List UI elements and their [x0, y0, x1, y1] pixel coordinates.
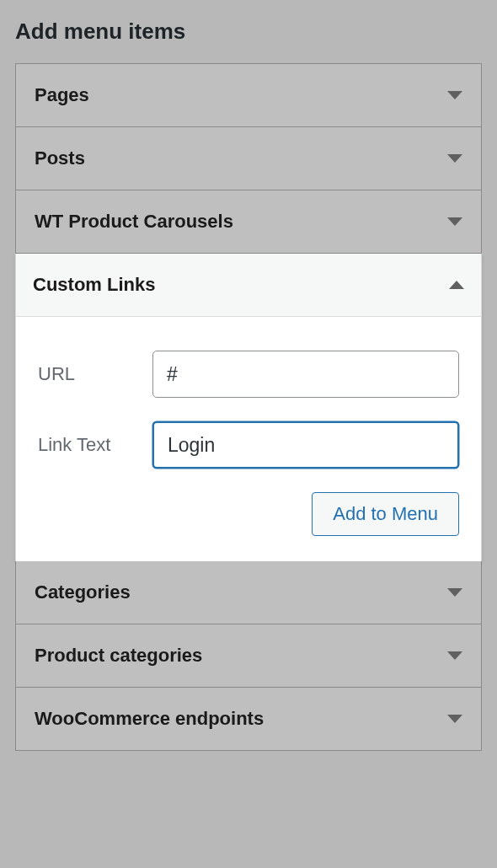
- chevron-down-icon: [447, 588, 462, 597]
- accordion-header-custom-links[interactable]: Custom Links: [16, 254, 481, 317]
- chevron-down-icon: [447, 651, 462, 660]
- accordion-label-categories: Categories: [35, 581, 131, 603]
- accordion-header-categories[interactable]: Categories: [16, 561, 481, 624]
- accordion-item-custom-links: Custom Links URL Link Text Add to Menu: [16, 254, 481, 561]
- chevron-down-icon: [447, 715, 462, 723]
- accordion-container: Pages Posts WT Product Carousels Custom …: [15, 63, 482, 751]
- accordion-header-product-categories[interactable]: Product categories: [16, 624, 481, 687]
- accordion-item-product-categories: Product categories: [16, 624, 481, 688]
- accordion-item-wt-product-carousels: WT Product Carousels: [16, 190, 481, 254]
- accordion-label-posts: Posts: [35, 147, 85, 169]
- accordion-label-woocommerce-endpoints: WooCommerce endpoints: [35, 708, 264, 730]
- url-label: URL: [38, 363, 152, 385]
- chevron-down-icon: [447, 154, 462, 163]
- accordion-label-product-categories: Product categories: [35, 645, 202, 667]
- link-text-row: Link Text: [38, 421, 459, 469]
- link-text-label: Link Text: [38, 434, 152, 456]
- accordion-item-posts: Posts: [16, 127, 481, 190]
- accordion-header-wt-product-carousels[interactable]: WT Product Carousels: [16, 190, 481, 253]
- url-input[interactable]: [152, 351, 459, 398]
- chevron-down-icon: [447, 91, 462, 99]
- add-to-menu-button[interactable]: Add to Menu: [312, 492, 459, 536]
- accordion-item-custom-links-wrapper: Custom Links URL Link Text Add to Menu: [15, 254, 482, 561]
- chevron-down-icon: [447, 217, 462, 226]
- accordion-header-posts[interactable]: Posts: [16, 127, 481, 190]
- section-title: Add menu items: [15, 19, 482, 45]
- accordion-item-pages: Pages: [16, 64, 481, 127]
- accordion-label-custom-links: Custom Links: [33, 274, 155, 296]
- accordion-item-categories: Categories: [16, 561, 481, 624]
- accordion-item-woocommerce-endpoints: WooCommerce endpoints: [16, 688, 481, 750]
- accordion-label-pages: Pages: [35, 84, 89, 106]
- link-text-input[interactable]: [152, 421, 459, 469]
- custom-links-panel: URL Link Text Add to Menu: [16, 317, 481, 561]
- accordion-label-wt-product-carousels: WT Product Carousels: [35, 211, 233, 233]
- chevron-up-icon: [449, 281, 464, 289]
- accordion-header-pages[interactable]: Pages: [16, 64, 481, 126]
- accordion-header-woocommerce-endpoints[interactable]: WooCommerce endpoints: [16, 688, 481, 750]
- url-row: URL: [38, 351, 459, 398]
- button-row: Add to Menu: [38, 492, 459, 536]
